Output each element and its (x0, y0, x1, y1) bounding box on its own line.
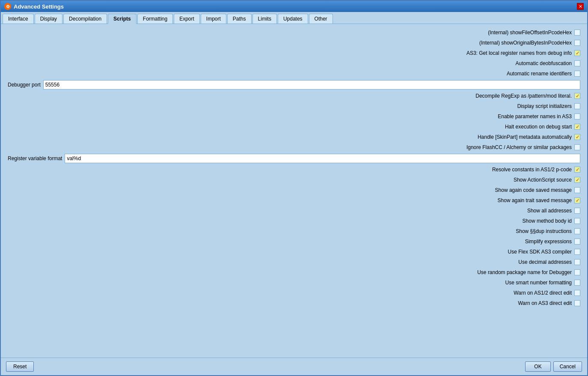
cancel-button[interactable]: Cancel (553, 361, 582, 372)
setting-checkbox-10[interactable]: ✓ (574, 134, 580, 140)
setting-row-0: (Internal) showFileOffsetInPcodeHex (4, 27, 584, 38)
setting-checkbox-13[interactable]: ✓ (574, 167, 580, 173)
setting-row-14: Show ActionScript source✓ (4, 175, 584, 185)
setting-checkbox-2[interactable]: ✓ (574, 50, 580, 56)
setting-label-11: Ignore FlashCC / Alchemy or similar pack… (466, 144, 572, 150)
setting-checkbox-19[interactable] (574, 228, 580, 234)
setting-checkbox-17[interactable] (574, 208, 580, 214)
setting-row-6: Decompile RegExp as /pattern/mod literal… (4, 91, 584, 101)
setting-row-8: Enable parameter names in AS3 (4, 111, 584, 122)
title-bar: ⚙ Advanced Settings ✕ (1, 1, 587, 12)
setting-label-25: Warn on AS1/2 direct edit (514, 290, 572, 296)
setting-label-13: Resolve constants in AS1/2 p-code (492, 167, 572, 173)
setting-row-7: Display script initializers (4, 101, 584, 111)
setting-input-12[interactable] (65, 154, 580, 163)
setting-checkbox-7[interactable] (574, 103, 580, 109)
tab-decompilation[interactable]: Decompilation (63, 14, 107, 24)
tab-scripts[interactable]: Scripts (108, 14, 137, 24)
setting-row-9: Halt execution on debug start✓ (4, 122, 584, 132)
tab-import[interactable]: Import (201, 14, 226, 24)
setting-row-23: Use random package name for Debugger (4, 267, 584, 278)
window-title: Advanced Settings (14, 3, 64, 10)
setting-checkbox-4[interactable] (574, 71, 580, 77)
app-icon: ⚙ (4, 3, 11, 10)
tab-display[interactable]: Display (35, 14, 62, 24)
setting-row-12: Register variable format (4, 152, 584, 164)
setting-row-15: Show again code saved message (4, 185, 584, 195)
setting-checkbox-26[interactable] (574, 300, 580, 306)
setting-row-18: Show method body id (4, 216, 584, 226)
setting-label-20: Simplify expressions (525, 239, 572, 245)
setting-row-3: Automatic deobfuscation (4, 58, 584, 69)
setting-row-25: Warn on AS1/2 direct edit (4, 288, 584, 298)
setting-label-7: Display script initializers (517, 103, 572, 109)
setting-checkbox-16[interactable]: ✓ (574, 197, 580, 203)
setting-checkbox-3[interactable] (574, 60, 580, 66)
setting-row-26: Warn on AS3 direct edit (4, 298, 584, 308)
setting-row-24: Use smart number formatting (4, 278, 584, 288)
tabs-bar: InterfaceDisplayDecompilationScriptsForm… (1, 12, 587, 24)
tab-interface[interactable]: Interface (3, 14, 34, 24)
close-button[interactable]: ✕ (577, 3, 584, 10)
setting-input-5[interactable] (43, 80, 580, 90)
title-bar-left: ⚙ Advanced Settings (4, 3, 64, 10)
setting-label-3: Automatic deobfuscation (516, 60, 572, 66)
setting-label-18: Show method body id (523, 218, 572, 224)
setting-checkbox-23[interactable] (574, 269, 580, 275)
setting-label-26: Warn on AS3 direct edit (518, 300, 572, 306)
setting-label-0: (Internal) showFileOffsetInPcodeHex (488, 30, 572, 36)
setting-checkbox-6[interactable]: ✓ (574, 93, 580, 99)
setting-label-16: Show again trait saved message (498, 197, 572, 203)
setting-label-17: Show all addresses (527, 208, 572, 214)
main-window: ⚙ Advanced Settings ✕ InterfaceDisplayDe… (0, 0, 588, 376)
tab-formatting[interactable]: Formatting (137, 14, 173, 24)
setting-row-22: Use decimal addresses (4, 257, 584, 267)
setting-row-2: AS3: Get local register names from debug… (4, 48, 584, 58)
tab-updates[interactable]: Updates (278, 14, 308, 24)
setting-checkbox-14[interactable]: ✓ (574, 177, 580, 183)
setting-label-10: Handle [SkinPart] metadata automatically (478, 134, 572, 140)
setting-checkbox-25[interactable] (574, 290, 580, 296)
reset-button[interactable]: Reset (6, 361, 34, 372)
tab-paths[interactable]: Paths (227, 14, 252, 24)
setting-row-20: Simplify expressions (4, 236, 584, 247)
setting-label-8: Enable parameter names in AS3 (498, 113, 572, 119)
setting-row-4: Automatic rename identifiers (4, 69, 584, 79)
setting-row-16: Show again trait saved message✓ (4, 195, 584, 206)
setting-row-19: Show §§dup instructions (4, 226, 584, 236)
setting-checkbox-11[interactable] (574, 144, 580, 150)
setting-label-4: Automatic rename identifiers (507, 71, 572, 77)
setting-label-22: Use decimal addresses (518, 259, 572, 265)
setting-row-21: Use Flex SDK AS3 compiler (4, 247, 584, 257)
tab-other[interactable]: Other (309, 14, 333, 24)
setting-label-14: Show ActionScript source (514, 177, 572, 183)
setting-checkbox-8[interactable] (574, 113, 580, 119)
setting-row-1: (Internal) showOriginalBytesInPcodeHex (4, 38, 584, 48)
setting-label-21: Use Flex SDK AS3 compiler (508, 249, 572, 255)
ok-button[interactable]: OK (525, 361, 550, 372)
setting-row-5: Debugger port (4, 79, 584, 91)
tab-export[interactable]: Export (174, 14, 200, 24)
footer: Reset OK Cancel (1, 358, 587, 375)
setting-label-12: Register variable format (8, 155, 62, 161)
settings-list: (Internal) showFileOffsetInPcodeHex(Inte… (4, 27, 584, 308)
setting-label-9: Halt execution on debug start (505, 124, 572, 130)
setting-checkbox-24[interactable] (574, 280, 580, 286)
setting-label-19: Show §§dup instructions (516, 228, 572, 234)
setting-checkbox-1[interactable] (574, 40, 580, 46)
setting-checkbox-18[interactable] (574, 218, 580, 224)
setting-checkbox-9[interactable]: ✓ (574, 124, 580, 130)
setting-checkbox-20[interactable] (574, 239, 580, 245)
tab-limits[interactable]: Limits (252, 14, 277, 24)
setting-label-23: Use random package name for Debugger (477, 269, 572, 275)
setting-label-2: AS3: Get local register names from debug… (466, 50, 572, 56)
setting-checkbox-22[interactable] (574, 259, 580, 265)
setting-checkbox-21[interactable] (574, 249, 580, 255)
setting-label-5: Debugger port (8, 82, 41, 88)
setting-checkbox-0[interactable] (574, 30, 580, 36)
footer-right: OK Cancel (525, 361, 582, 372)
setting-label-24: Use smart number formatting (505, 280, 572, 286)
setting-checkbox-15[interactable] (574, 187, 580, 193)
settings-content: (Internal) showFileOffsetInPcodeHex(Inte… (1, 24, 587, 358)
setting-row-13: Resolve constants in AS1/2 p-code✓ (4, 164, 584, 175)
